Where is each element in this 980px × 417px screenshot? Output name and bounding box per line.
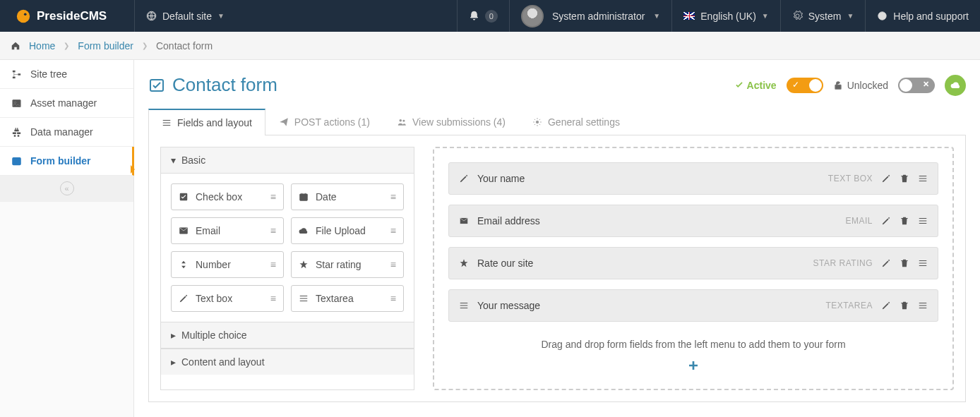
grip-icon[interactable] bbox=[918, 216, 928, 226]
breadcrumb-home[interactable]: Home bbox=[29, 40, 55, 52]
form-field-row[interactable]: Email address EMAIL bbox=[448, 205, 938, 237]
sidebar-collapse-button[interactable]: « bbox=[0, 176, 133, 202]
help-button[interactable]: Help and support bbox=[865, 0, 980, 32]
help-label: Help and support bbox=[893, 11, 969, 22]
fieldtype-fileupload[interactable]: File Upload ≡ bbox=[291, 217, 404, 244]
field-label: Your message bbox=[477, 300, 818, 311]
home-icon bbox=[11, 41, 20, 51]
language-selector[interactable]: English (UK) ▼ bbox=[671, 0, 780, 32]
sidebar-item-label: Site tree bbox=[30, 68, 67, 80]
pencil-icon bbox=[179, 294, 189, 303]
grip-icon: ≡ bbox=[390, 225, 396, 236]
grip-icon: ≡ bbox=[390, 293, 396, 304]
fieldtype-date[interactable]: Date ≡ bbox=[291, 183, 404, 210]
page-title: Contact form bbox=[148, 74, 277, 96]
svg-point-12 bbox=[399, 119, 402, 122]
breadcrumb: Home ❯ Form builder ❯ Contact form bbox=[0, 32, 980, 60]
tab-fields[interactable]: Fields and layout bbox=[148, 109, 265, 135]
fields-panel: ▾ Basic Check box ≡ Date ≡ Email ≡ bbox=[148, 135, 966, 402]
grip-icon[interactable] bbox=[918, 258, 928, 268]
grip-icon: ≡ bbox=[390, 259, 396, 270]
notifications-button[interactable]: 0 bbox=[457, 0, 509, 32]
sidebar-item-label: Data manager bbox=[30, 126, 93, 138]
tab-submissions[interactable]: View submissions (4) bbox=[383, 109, 519, 135]
bars-icon bbox=[162, 118, 172, 128]
edit-button[interactable] bbox=[881, 258, 891, 268]
fieldtype-starrating[interactable]: Star rating ≡ bbox=[291, 251, 404, 278]
bars-icon bbox=[459, 301, 469, 310]
sidebar-item-label: Form builder bbox=[30, 155, 91, 167]
field-label: Email address bbox=[477, 215, 837, 226]
download-button[interactable] bbox=[945, 75, 966, 96]
chevron-down-icon: ▼ bbox=[847, 12, 854, 20]
tab-post-actions[interactable]: POST actions (1) bbox=[265, 109, 383, 135]
field-label: Your name bbox=[477, 173, 820, 184]
lock-toggle[interactable]: ✕ bbox=[898, 78, 935, 93]
fieldtype-checkbox[interactable]: Check box ≡ bbox=[171, 183, 284, 210]
system-label: System bbox=[808, 11, 842, 22]
form-dropzone[interactable]: Your name TEXT BOX Email address EMAIL bbox=[433, 147, 954, 390]
drop-help-text: Drag and drop form fields from the left … bbox=[448, 339, 938, 350]
sidebar-item-site-tree[interactable]: Site tree bbox=[0, 60, 133, 89]
delete-button[interactable] bbox=[900, 216, 909, 226]
grip-icon[interactable] bbox=[918, 174, 928, 183]
svg-point-1 bbox=[24, 13, 27, 16]
unlocked-status: Unlocked bbox=[833, 80, 888, 91]
delete-button[interactable] bbox=[900, 174, 909, 183]
accordion-multiple-choice[interactable]: ▸ Multiple choice bbox=[161, 322, 414, 349]
fieldtype-email[interactable]: Email ≡ bbox=[171, 217, 284, 244]
fieldtype-number[interactable]: Number ≡ bbox=[171, 251, 284, 278]
star-icon bbox=[459, 258, 469, 268]
delete-button[interactable] bbox=[900, 301, 909, 310]
svg-point-14 bbox=[536, 121, 539, 123]
sidebar: Site tree Asset manager Data manager For… bbox=[0, 60, 134, 417]
brand-logo[interactable]: PresideCMS bbox=[0, 8, 134, 24]
grip-icon[interactable] bbox=[918, 301, 928, 310]
field-type: STAR RATING bbox=[813, 258, 873, 268]
site-selector[interactable]: Default site ▼ bbox=[134, 0, 236, 32]
sidebar-item-asset-manager[interactable]: Asset manager bbox=[0, 89, 133, 118]
sidebar-item-form-builder[interactable]: Form builder bbox=[0, 147, 134, 176]
active-toggle[interactable]: ✓ bbox=[787, 78, 823, 93]
accordion-basic[interactable]: ▾ Basic bbox=[161, 147, 414, 174]
form-field-row[interactable]: Rate our site STAR RATING bbox=[448, 247, 938, 279]
caret-right-icon: ▸ bbox=[171, 330, 176, 341]
breadcrumb-module[interactable]: Form builder bbox=[78, 40, 133, 52]
tab-settings[interactable]: General settings bbox=[519, 109, 633, 135]
edit-button[interactable] bbox=[881, 174, 891, 183]
svg-point-0 bbox=[17, 9, 30, 22]
svg-rect-6 bbox=[18, 73, 20, 75]
fieldtype-textbox[interactable]: Text box ≡ bbox=[171, 285, 284, 312]
chevron-right-icon: ❯ bbox=[142, 42, 148, 49]
sidebar-item-data-manager[interactable]: Data manager bbox=[0, 118, 133, 147]
fieldtype-textarea[interactable]: Textarea ≡ bbox=[291, 285, 404, 312]
field-types-palette: ▾ Basic Check box ≡ Date ≡ Email ≡ bbox=[160, 147, 414, 390]
field-type: TEXTAREA bbox=[826, 301, 873, 310]
plus-icon bbox=[688, 360, 699, 371]
cloud-download-icon bbox=[950, 80, 961, 90]
check-icon bbox=[734, 80, 744, 90]
edit-button[interactable] bbox=[881, 301, 891, 310]
user-name: System administrator bbox=[552, 11, 645, 22]
user-menu[interactable]: System administrator ▼ bbox=[509, 0, 671, 32]
field-type: TEXT BOX bbox=[828, 174, 873, 183]
caret-right-icon: ▸ bbox=[171, 356, 176, 368]
system-menu[interactable]: System ▼ bbox=[780, 0, 866, 32]
language-label: English (UK) bbox=[700, 11, 756, 22]
paper-plane-icon bbox=[279, 117, 289, 127]
svg-point-3 bbox=[881, 15, 884, 18]
envelope-icon bbox=[459, 216, 469, 226]
pencil-icon bbox=[459, 174, 469, 183]
accordion-content-layout[interactable]: ▸ Content and layout bbox=[161, 349, 414, 375]
edit-button[interactable] bbox=[881, 216, 891, 226]
chevron-right-icon: ❯ bbox=[64, 42, 69, 49]
gear-icon bbox=[532, 117, 542, 127]
grip-icon: ≡ bbox=[270, 225, 276, 236]
delete-button[interactable] bbox=[900, 258, 909, 268]
form-field-row[interactable]: Your name TEXT BOX bbox=[448, 162, 938, 195]
notification-count: 0 bbox=[485, 10, 498, 23]
chevron-down-icon: ▼ bbox=[762, 12, 769, 20]
add-field-button[interactable] bbox=[448, 360, 938, 375]
form-field-row[interactable]: Your message TEXTAREA bbox=[448, 289, 938, 322]
svg-point-13 bbox=[402, 120, 405, 122]
